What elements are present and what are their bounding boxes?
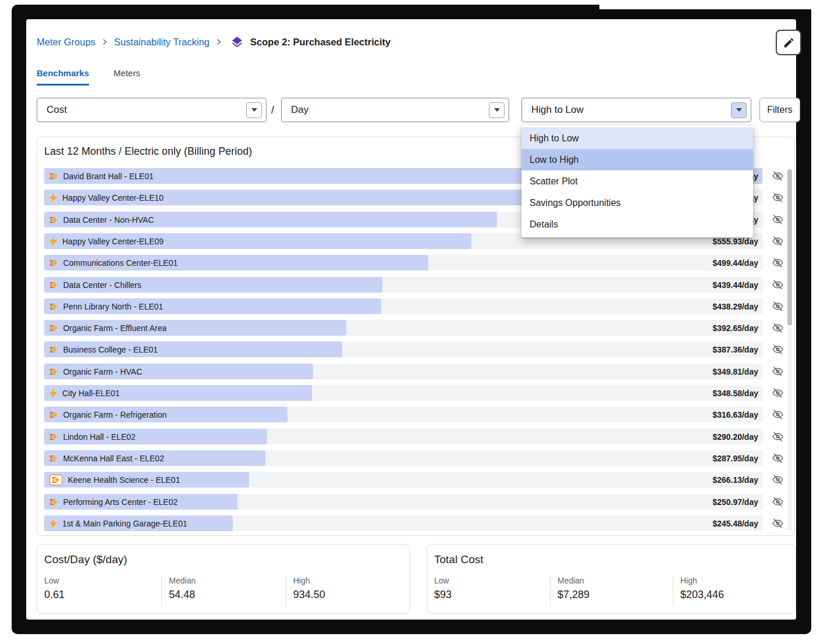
bolt-glyph bbox=[49, 389, 57, 398]
benchmark-row: ΣOrganic Farm - HVAC$349.81/day bbox=[44, 364, 792, 379]
bolt-glyph bbox=[49, 519, 57, 528]
hide-meter-eye-slash-icon[interactable] bbox=[769, 255, 786, 271]
hide-meter-eye-slash-icon[interactable] bbox=[769, 472, 786, 488]
hide-meter-eye-slash-icon[interactable] bbox=[769, 364, 786, 379]
benchmark-bar-track[interactable]: ΣKeene Health Science - ELE01$266.13/day bbox=[44, 472, 763, 488]
tab-benchmarks[interactable]: Benchmarks bbox=[37, 68, 89, 86]
filters-button[interactable]: Filters bbox=[759, 98, 800, 122]
virtual-meter-sigma-bolt-icon[interactable]: Σ bbox=[49, 172, 58, 180]
hide-meter-eye-slash-icon[interactable] bbox=[769, 298, 786, 314]
hide-meter-eye-slash-icon[interactable] bbox=[769, 515, 786, 531]
chevron-down-icon[interactable] bbox=[489, 102, 505, 118]
electric-meter-bolt-icon[interactable] bbox=[49, 389, 57, 398]
benchmark-row: City Hall-ELE01$348.58/day bbox=[44, 385, 792, 401]
virtual-meter-sigma-bolt-icon[interactable]: Σ bbox=[49, 346, 58, 354]
hide-meter-eye-slash-icon[interactable] bbox=[769, 429, 786, 444]
benchmark-bar-track[interactable]: ΣOrganic Farm - Refrigeration$316.63/day bbox=[44, 407, 763, 422]
hide-meter-eye-slash-icon[interactable] bbox=[769, 212, 786, 227]
hide-meter-eye-slash-icon[interactable] bbox=[769, 277, 786, 293]
stat-value: $93 bbox=[434, 589, 550, 601]
stat-median: Median$7,289 bbox=[550, 576, 673, 606]
row-label-group: Happy Valley Center-ELE09 bbox=[49, 233, 164, 249]
meter-cost-value: $245.48/day bbox=[712, 515, 758, 531]
interval-select-value: Day bbox=[282, 104, 308, 116]
benchmark-bar-track[interactable]: ΣOrganic Farm - HVAC$349.81/day bbox=[44, 364, 763, 379]
sort-menu-item[interactable]: Scatter Plot bbox=[521, 170, 753, 192]
hide-meter-eye-slash-icon[interactable] bbox=[769, 233, 786, 249]
row-label-group: Happy Valley Center-ELE10 bbox=[49, 190, 164, 205]
toolbar-divider: / bbox=[271, 98, 274, 122]
hide-meter-eye-slash-icon[interactable] bbox=[769, 494, 786, 510]
benchmark-bar-track[interactable]: ΣData Center - Chillers$439.44/day bbox=[44, 277, 763, 293]
virtual-meter-sigma-bolt-icon[interactable]: Σ bbox=[49, 433, 58, 441]
meter-cost-value: $287.95/day bbox=[712, 450, 758, 466]
virtual-meter-sigma-bolt-icon[interactable]: Σ bbox=[49, 281, 58, 289]
virtual-meter-sigma-bolt-icon[interactable]: Σ bbox=[49, 411, 58, 419]
sort-menu-item[interactable]: High to Low bbox=[521, 127, 753, 149]
hide-meter-eye-slash-icon[interactable] bbox=[769, 407, 786, 422]
sort-menu-item[interactable]: Low to High bbox=[521, 149, 753, 170]
sort-menu-item[interactable]: Details bbox=[521, 214, 753, 235]
chevron-down-icon[interactable] bbox=[246, 102, 262, 118]
benchmark-bar-track[interactable]: ΣMcKenna Hall East - ELE02$287.95/day bbox=[44, 450, 763, 466]
bolt-glyph bbox=[52, 346, 58, 353]
metric-select[interactable]: Cost bbox=[37, 98, 267, 122]
benchmark-bar-track[interactable]: 1st & Main Parking Garage-ELE01$245.48/d… bbox=[44, 515, 763, 531]
hide-meter-eye-slash-icon[interactable] bbox=[769, 385, 786, 401]
app-card: Meter Groups Sustainability Tracking Sco… bbox=[26, 19, 796, 620]
chart-scrollbar[interactable] bbox=[787, 168, 792, 531]
stat-value: $7,289 bbox=[558, 589, 673, 601]
edit-button[interactable] bbox=[776, 30, 801, 55]
hide-meter-eye-slash-icon[interactable] bbox=[769, 450, 786, 466]
electric-meter-bolt-icon[interactable] bbox=[49, 193, 57, 202]
pencil-icon bbox=[783, 37, 795, 49]
chevron-down-icon[interactable] bbox=[731, 102, 747, 118]
interval-select[interactable]: Day bbox=[281, 98, 509, 122]
meter-name: Happy Valley Center-ELE10 bbox=[62, 193, 164, 202]
meter-cost-value: $387.36/day bbox=[712, 341, 758, 357]
hide-meter-eye-slash-icon[interactable] bbox=[769, 168, 786, 184]
row-label-group: ΣDavid Brant Hall - ELE01 bbox=[49, 168, 154, 184]
virtual-meter-sigma-bolt-icon[interactable]: Σ bbox=[49, 324, 58, 332]
benchmark-bar-track[interactable]: ΣCommunications Center-ELE01$499.44/day bbox=[44, 255, 763, 271]
row-label-group: ΣPenn Library North - ELE01 bbox=[49, 298, 163, 314]
row-label-group: ΣBusiness College - ELE01 bbox=[49, 341, 158, 357]
benchmark-row: ΣData Center - Chillers$439.44/day bbox=[44, 277, 792, 293]
breadcrumb-link-sustainability-tracking[interactable]: Sustainability Tracking bbox=[114, 37, 210, 48]
virtual-meter-sigma-bolt-icon[interactable]: Σ bbox=[49, 216, 58, 224]
benchmark-bar-track[interactable]: ΣPerforming Arts Center - ELE02$250.97/d… bbox=[44, 494, 763, 510]
chevron-right-icon bbox=[215, 38, 223, 46]
tab-meters[interactable]: Meters bbox=[113, 68, 140, 86]
benchmark-bar-track[interactable]: ΣPenn Library North - ELE01$438.29/day bbox=[44, 298, 763, 314]
stat-value: $203,446 bbox=[680, 589, 796, 601]
bolt-glyph bbox=[52, 282, 58, 289]
meter-cost-value: $316.63/day bbox=[712, 407, 758, 422]
virtual-meter-sigma-bolt-icon[interactable]: Σ bbox=[49, 303, 58, 311]
chevron-right-icon bbox=[101, 38, 109, 46]
virtual-meter-sigma-bolt-icon[interactable]: Σ bbox=[49, 498, 58, 506]
sort-menu-item[interactable]: Savings Opportunities bbox=[521, 192, 753, 214]
benchmark-bar-track[interactable]: ΣLindon Hall - ELE02$290.20/day bbox=[44, 429, 763, 444]
hide-meter-eye-slash-icon[interactable] bbox=[769, 190, 786, 205]
stat-value: 54.48 bbox=[169, 589, 285, 601]
hide-meter-eye-slash-icon[interactable] bbox=[769, 320, 786, 336]
app-canvas: Meter Groups Sustainability Tracking Sco… bbox=[0, 0, 838, 644]
bolt-glyph bbox=[52, 303, 58, 310]
electric-meter-bolt-icon[interactable] bbox=[49, 237, 57, 246]
benchmark-row: ΣCommunications Center-ELE01$499.44/day bbox=[44, 255, 792, 271]
breadcrumb-link-meter-groups[interactable]: Meter Groups bbox=[37, 37, 95, 48]
chart-scrollbar-thumb[interactable] bbox=[787, 169, 792, 325]
benchmark-bar-track[interactable]: ΣOrganic Farm - Effluent Area$392.65/day bbox=[44, 320, 763, 336]
hide-meter-eye-slash-icon[interactable] bbox=[769, 341, 786, 357]
virtual-meter-sigma-bolt-icon[interactable]: Σ bbox=[49, 259, 58, 267]
benchmark-row: 1st & Main Parking Garage-ELE01$245.48/d… bbox=[44, 515, 792, 531]
virtual-meter-sigma-bolt-icon[interactable]: Σ bbox=[49, 475, 62, 485]
benchmark-bar-track[interactable]: ΣBusiness College - ELE01$387.36/day bbox=[44, 341, 763, 357]
row-label-group: ΣMcKenna Hall East - ELE02 bbox=[49, 450, 164, 466]
virtual-meter-sigma-bolt-icon[interactable]: Σ bbox=[49, 368, 58, 376]
benchmark-bar-track[interactable]: City Hall-ELE01$348.58/day bbox=[44, 385, 763, 401]
virtual-meter-sigma-bolt-icon[interactable]: Σ bbox=[49, 454, 58, 462]
sort-select[interactable]: High to Low bbox=[521, 98, 751, 122]
row-label-group: City Hall-ELE01 bbox=[49, 385, 120, 401]
electric-meter-bolt-icon[interactable] bbox=[49, 519, 57, 528]
